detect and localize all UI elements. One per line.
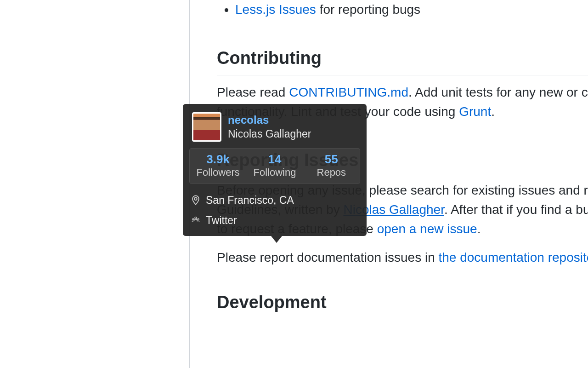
- text: .: [491, 104, 495, 119]
- svg-point-1: [195, 217, 197, 219]
- stat-label: Following: [248, 167, 301, 178]
- text: Please read: [217, 85, 289, 99]
- contributing-md-link[interactable]: CONTRIBUTING.md: [289, 85, 408, 99]
- stat-value: 14: [248, 152, 301, 167]
- stat-followers[interactable]: 3.9k Followers: [190, 149, 246, 184]
- svg-point-3: [198, 219, 199, 220]
- stat-value: 55: [305, 152, 358, 167]
- documentation-repo-link[interactable]: the documentation repository: [439, 250, 588, 264]
- hovercard-fullname: Nicolas Gallagher: [228, 128, 311, 141]
- list-item: Less.js Issues for reporting bugs: [235, 0, 588, 19]
- hovercard-company: Twitter: [189, 212, 360, 230]
- stat-following[interactable]: 14 Following: [246, 149, 303, 184]
- bullet-list: Less.js Issues for reporting bugs: [217, 0, 588, 19]
- grunt-link[interactable]: Grunt: [459, 104, 491, 119]
- stat-repos[interactable]: 55 Repos: [303, 149, 360, 184]
- location-icon: [191, 195, 200, 206]
- new-issue-link[interactable]: open a new issue: [377, 222, 477, 236]
- lessjs-issues-link[interactable]: Less.js Issues: [235, 2, 316, 17]
- avatar[interactable]: [192, 112, 221, 142]
- list-item-text: for reporting bugs: [316, 2, 420, 17]
- company-text: Twitter: [206, 213, 237, 229]
- heading-contributing: Contributing: [217, 45, 588, 75]
- heading-development: Development: [217, 289, 588, 316]
- stat-label: Followers: [192, 167, 244, 178]
- stat-value: 3.9k: [192, 152, 244, 167]
- hovercard-header: necolas Nicolas Gallagher: [189, 112, 360, 142]
- text: .: [477, 222, 481, 236]
- hovercard-username[interactable]: necolas: [228, 114, 311, 127]
- hovercard-names: necolas Nicolas Gallagher: [228, 114, 311, 140]
- user-hovercard[interactable]: necolas Nicolas Gallagher 3.9k Followers…: [183, 104, 367, 236]
- location-text: San Francisco, CA: [206, 192, 294, 208]
- stat-label: Repos: [305, 167, 358, 178]
- para-documentation: Please report documentation issues in th…: [217, 248, 588, 267]
- svg-point-0: [194, 197, 197, 200]
- hovercard-stats: 3.9k Followers 14 Following 55 Repos: [189, 148, 360, 184]
- svg-point-2: [192, 219, 194, 220]
- organization-icon: [191, 215, 200, 226]
- hovercard-location: San Francisco, CA: [189, 191, 360, 209]
- text: Please report documentation issues in: [217, 250, 439, 264]
